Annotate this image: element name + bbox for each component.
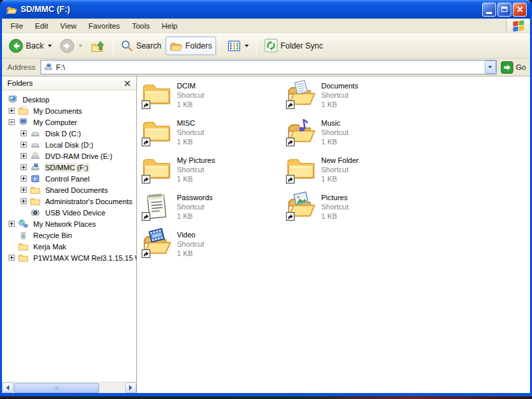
tree-item-desktop[interactable]: Desktop bbox=[2, 94, 136, 105]
expand-icon[interactable] bbox=[21, 164, 27, 170]
close-button[interactable] bbox=[513, 3, 527, 17]
minimize-button[interactable] bbox=[482, 3, 496, 17]
tree-item-my-documents[interactable]: My Documents bbox=[2, 105, 136, 116]
tree-item-kerja-mak[interactable]: Kerja Mak bbox=[2, 241, 136, 252]
sidebar-horizontal-scrollbar[interactable] bbox=[2, 382, 136, 393]
expand-icon[interactable] bbox=[21, 142, 27, 148]
go-button[interactable]: Go bbox=[501, 61, 526, 74]
tree-item-my-network-places[interactable]: My Network Places bbox=[2, 218, 136, 229]
tree-item-shared-documents[interactable]: Shared Documents bbox=[2, 184, 136, 196]
expand-icon[interactable] bbox=[21, 187, 27, 193]
folder-icon bbox=[18, 253, 29, 263]
address-dropdown-button[interactable] bbox=[485, 61, 496, 74]
folders-label: Folders bbox=[186, 41, 212, 51]
tree-item-disk-c[interactable]: Disk D (C:) bbox=[2, 128, 136, 139]
search-button[interactable]: Search bbox=[116, 37, 166, 55]
forward-dropdown-icon bbox=[78, 45, 82, 47]
expand-icon[interactable] bbox=[9, 221, 15, 227]
sidebar-close-button[interactable] bbox=[122, 78, 132, 88]
chevron-down-icon bbox=[488, 66, 492, 68]
expand-icon[interactable] bbox=[21, 130, 27, 136]
close-icon bbox=[516, 5, 524, 13]
file-size: 1 KB bbox=[321, 174, 358, 184]
menu-help[interactable]: Help bbox=[156, 20, 184, 32]
expand-icon[interactable] bbox=[21, 198, 27, 204]
views-button[interactable] bbox=[223, 37, 253, 55]
file-name: Music bbox=[321, 118, 348, 128]
drive-icon bbox=[43, 63, 53, 72]
sidebar-title: Folders bbox=[7, 79, 122, 87]
sidebar-header: Folders bbox=[2, 76, 136, 90]
file-type: Shortcut bbox=[177, 90, 204, 100]
up-button[interactable] bbox=[86, 36, 109, 56]
tree-item-p1w1max[interactable]: P1W1MAX WCM Rel3.1.15.15 W bbox=[2, 252, 136, 263]
menu-edit[interactable]: Edit bbox=[29, 20, 55, 32]
expand-icon[interactable] bbox=[21, 153, 27, 159]
address-label: Address bbox=[7, 63, 35, 71]
file-tile-pictures[interactable]: Pictures Shortcut 1 KB bbox=[286, 191, 430, 228]
menu-favorites[interactable]: Favorites bbox=[82, 20, 126, 32]
tree-item-administrators-documents[interactable]: Administrator's Documents bbox=[2, 196, 136, 207]
tree-item-sdmmc-f[interactable]: SD/MMC (F:) bbox=[2, 162, 136, 173]
titlebar[interactable]: SD/MMC (F:) bbox=[2, 0, 530, 19]
file-tile-video[interactable]: Video Shortcut 1 KB bbox=[142, 228, 286, 265]
file-list-view: DCIM Shortcut 1 KB MISC Shortcut bbox=[137, 76, 530, 393]
menu-view[interactable]: View bbox=[54, 20, 82, 32]
up-folder-icon bbox=[90, 39, 105, 53]
tree-item-usb-video-device[interactable]: USB Video Device bbox=[2, 207, 136, 218]
back-button[interactable]: Back bbox=[5, 36, 56, 56]
expand-icon[interactable] bbox=[9, 108, 15, 114]
folder-icon bbox=[18, 241, 29, 252]
file-tile-new-folder[interactable]: New Folder Shortcut 1 KB bbox=[286, 154, 430, 191]
shortcut-arrow-icon bbox=[142, 212, 150, 221]
optical-drive-icon bbox=[30, 151, 41, 162]
scroll-right-button[interactable] bbox=[125, 382, 136, 393]
menu-file[interactable]: File bbox=[5, 20, 29, 32]
tree-item-recycle-bin[interactable]: Recycle Bin bbox=[2, 229, 136, 241]
scrollbar-thumb[interactable] bbox=[14, 383, 99, 393]
back-dropdown-icon[interactable] bbox=[48, 45, 52, 47]
file-tile-misc[interactable]: MISC Shortcut 1 KB bbox=[142, 116, 286, 154]
expand-icon[interactable] bbox=[21, 176, 27, 182]
file-tile-documents[interactable]: Documents Shortcut 1 KB bbox=[286, 79, 430, 116]
collapse-icon[interactable] bbox=[9, 119, 15, 125]
usb-video-device-icon bbox=[30, 207, 41, 218]
screen: SD/MMC (F:) File Edit View Favorites Too… bbox=[0, 0, 532, 399]
file-type: Shortcut bbox=[321, 128, 348, 137]
toolbar-separator bbox=[219, 37, 220, 55]
back-icon bbox=[9, 39, 23, 53]
file-name: Documents bbox=[321, 81, 358, 90]
scroll-left-button[interactable] bbox=[2, 382, 13, 393]
shortcut-arrow-icon bbox=[142, 100, 150, 109]
address-value[interactable]: F:\ bbox=[56, 63, 484, 71]
folders-button[interactable]: Folders bbox=[166, 37, 216, 55]
file-tile-my-pictures[interactable]: My Pictures Shortcut 1 KB bbox=[142, 154, 286, 191]
maximize-icon bbox=[501, 7, 507, 12]
views-dropdown-icon[interactable] bbox=[245, 45, 249, 47]
content-area: Folders Desktop My Documents bbox=[2, 76, 530, 393]
file-size: 1 KB bbox=[177, 211, 213, 221]
file-tile-dcim[interactable]: DCIM Shortcut 1 KB bbox=[142, 79, 286, 116]
file-size: 1 KB bbox=[177, 249, 204, 258]
file-size: 1 KB bbox=[321, 211, 348, 221]
tree-item-control-panel[interactable]: Control Panel bbox=[2, 173, 136, 184]
tree-item-my-computer[interactable]: My Computer bbox=[2, 116, 136, 128]
file-size: 1 KB bbox=[321, 100, 358, 109]
file-tile-passwords[interactable]: Passwords Shortcut 1 KB bbox=[142, 191, 286, 228]
forward-button[interactable] bbox=[56, 36, 86, 56]
windows-logo bbox=[506, 19, 530, 33]
folder-icon bbox=[30, 196, 41, 207]
address-input[interactable]: F:\ bbox=[41, 60, 496, 74]
window-folder-icon bbox=[6, 4, 17, 15]
menu-tools[interactable]: Tools bbox=[126, 20, 156, 32]
tree-item-dvd-ram-e[interactable]: DVD-RAM Drive (E:) bbox=[2, 150, 136, 162]
tree-item-local-disk-d[interactable]: Local Disk (D:) bbox=[2, 139, 136, 150]
search-icon bbox=[120, 39, 134, 53]
shortcut-arrow-icon bbox=[142, 138, 150, 146]
folder-sync-button[interactable]: Folder Sync bbox=[260, 36, 327, 55]
shortcut-arrow-icon bbox=[286, 100, 295, 109]
file-name: DCIM bbox=[177, 81, 204, 90]
expand-icon[interactable] bbox=[9, 255, 15, 261]
file-tile-music[interactable]: Music Shortcut 1 KB bbox=[286, 116, 430, 154]
maximize-button[interactable] bbox=[497, 3, 511, 17]
